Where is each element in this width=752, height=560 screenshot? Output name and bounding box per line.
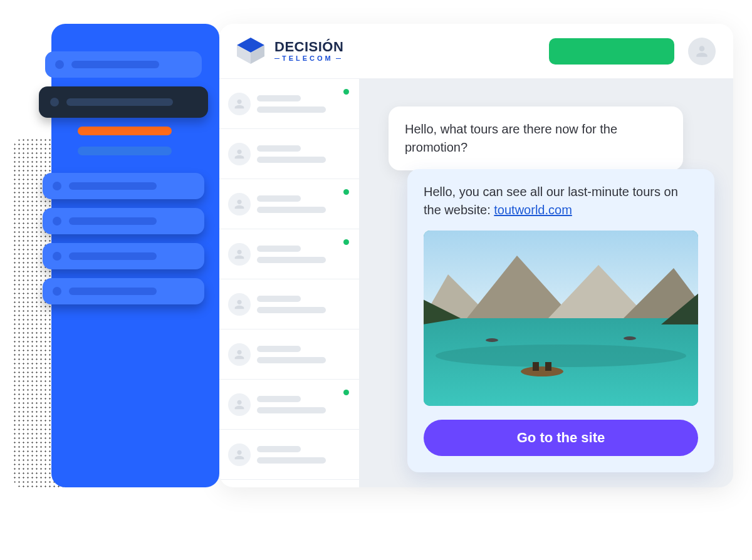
user-avatar[interactable] bbox=[688, 38, 716, 65]
contact-avatar-icon bbox=[228, 293, 251, 316]
tour-image bbox=[424, 231, 698, 406]
contact-avatar-icon bbox=[228, 443, 251, 466]
svg-rect-14 bbox=[545, 362, 551, 371]
sidebar-item-bar bbox=[69, 182, 157, 190]
cta-button-label: Go to the site bbox=[517, 428, 605, 448]
sidebar-item[interactable] bbox=[43, 208, 204, 234]
svg-point-11 bbox=[436, 345, 686, 367]
sidebar-item-dot-icon bbox=[53, 252, 61, 261]
brand-name-bottom: TELECOM bbox=[274, 55, 343, 62]
sidebar-item[interactable] bbox=[43, 278, 204, 304]
sidebar-item-dot-icon bbox=[53, 182, 61, 190]
sidebar-item[interactable] bbox=[43, 173, 204, 199]
sidebar-tag-blue[interactable] bbox=[78, 147, 172, 155]
sidebar-item-dot-icon bbox=[50, 98, 59, 106]
sidebar-item[interactable] bbox=[43, 243, 204, 269]
contact-avatar-icon bbox=[228, 143, 251, 165]
sidebar-item-dot-icon bbox=[53, 287, 61, 296]
contact-avatar-icon bbox=[228, 93, 251, 115]
logo-mark-icon bbox=[233, 34, 268, 69]
sidebar-item-bar bbox=[69, 252, 157, 260]
conversation-item[interactable] bbox=[219, 129, 359, 179]
person-icon bbox=[694, 43, 710, 60]
brand-name-top: DECISIÓN bbox=[274, 40, 343, 54]
conversation-item[interactable] bbox=[219, 179, 359, 229]
sidebar-item-bar bbox=[71, 61, 159, 68]
contact-avatar-icon bbox=[228, 193, 251, 215]
sidebar-item-bar bbox=[69, 217, 157, 225]
brand-logo[interactable]: DECISIÓN TELECOM bbox=[233, 34, 343, 69]
conversation-list bbox=[219, 79, 360, 487]
contact-avatar-icon bbox=[228, 343, 251, 366]
conversation-item[interactable] bbox=[219, 279, 359, 329]
chat-message-text: Hello, what tours are there now for the … bbox=[405, 122, 617, 154]
contact-avatar-icon bbox=[228, 243, 251, 266]
header: DECISIÓN TELECOM bbox=[219, 24, 733, 79]
sidebar-item-dot-icon bbox=[55, 60, 64, 69]
online-status-dot bbox=[343, 390, 349, 395]
chat-message-user: Hello, what tours are there now for the … bbox=[389, 106, 683, 170]
sidebar-item-bar bbox=[69, 288, 157, 295]
conversation-item[interactable] bbox=[219, 430, 359, 480]
svg-point-15 bbox=[486, 338, 498, 342]
contact-avatar-icon bbox=[228, 393, 251, 416]
chat-message-text: Hello, you can see all our last-minute t… bbox=[424, 183, 698, 219]
brand-logo-text: DECISIÓN TELECOM bbox=[274, 40, 343, 62]
cta-button[interactable]: Go to the site bbox=[424, 420, 698, 456]
sidebar bbox=[51, 24, 219, 487]
online-status-dot bbox=[343, 239, 349, 245]
sidebar-tag-orange[interactable] bbox=[78, 127, 172, 135]
conversation-item[interactable] bbox=[219, 79, 359, 129]
chat-message-agent: Hello, you can see all our last-minute t… bbox=[407, 169, 714, 472]
agent-link[interactable]: toutworld.com bbox=[494, 203, 572, 217]
online-status-dot bbox=[343, 89, 349, 95]
online-status-dot bbox=[343, 189, 349, 195]
svg-point-12 bbox=[521, 366, 563, 376]
svg-point-16 bbox=[624, 336, 636, 340]
primary-action-button[interactable] bbox=[549, 38, 674, 65]
conversation-item[interactable] bbox=[219, 329, 359, 380]
conversation-item[interactable] bbox=[219, 380, 359, 430]
sidebar-item-dot-icon bbox=[53, 217, 61, 226]
sidebar-item-bar bbox=[66, 98, 173, 106]
sidebar-item[interactable] bbox=[45, 51, 202, 78]
svg-rect-13 bbox=[533, 362, 539, 371]
sidebar-item-active[interactable] bbox=[39, 86, 208, 118]
conversation-item[interactable] bbox=[219, 229, 359, 279]
